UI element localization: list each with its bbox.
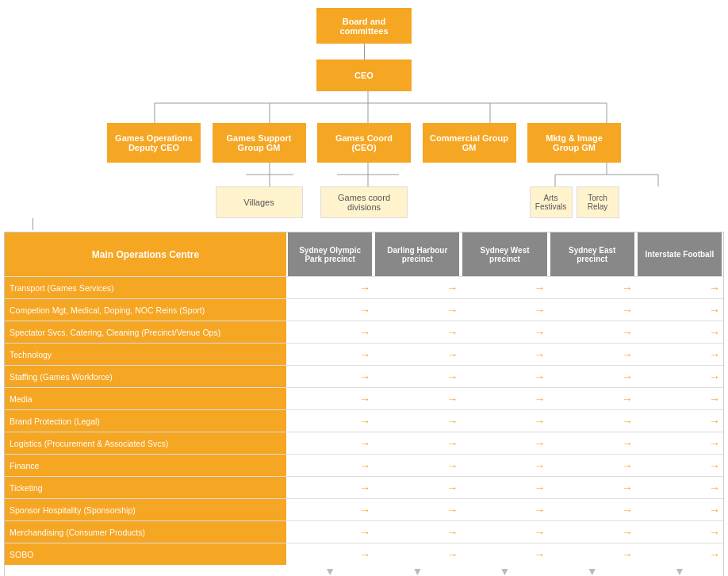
down-arrow-3: ▼ — [550, 565, 634, 576]
arts-festivals-label: Arts Festivals — [535, 194, 566, 211]
table-row: Staffing (Games Workforce)→→→→→ — [5, 365, 723, 387]
data-rows: Transport (Games Services)→→→→→Competion… — [5, 276, 723, 565]
row-cell-0-0: → — [288, 277, 372, 298]
table-row: SOBO→→→→→ — [5, 543, 723, 565]
precinct-label-2: Sydney West precinct — [465, 246, 544, 263]
level2-box-4: Mktg & Image Group GM — [527, 123, 621, 163]
row-cells-11: →→→→→ — [286, 521, 723, 543]
table-row: Ticketing→→→→→ — [5, 476, 723, 498]
row-cell-8-4: → — [638, 455, 722, 476]
row-cells-8: →→→→→ — [286, 455, 723, 476]
grid-top: Main Operations Centre Sydney Olympic Pa… — [5, 232, 723, 276]
arrow-right-icon: → — [359, 393, 370, 405]
arrow-right-icon: → — [709, 459, 720, 472]
table-row: Spectator Svcs, Catering, Cleaning (Prec… — [5, 321, 723, 343]
arrow-right-icon: → — [359, 526, 370, 539]
arrow-right-icon: → — [359, 371, 370, 383]
arrow-right-icon: → — [359, 326, 370, 339]
arrow-right-icon: → — [709, 326, 720, 339]
row-cell-5-4: → — [638, 388, 722, 409]
arrow-right-icon: → — [446, 526, 458, 539]
level2-box-2: Games Coord (CEO) — [317, 123, 411, 163]
row-cell-2-0: → — [288, 321, 372, 343]
row-cells-6: →→→→→ — [286, 410, 723, 432]
arrow-right-icon: → — [709, 415, 720, 428]
row-cell-6-3: → — [550, 410, 634, 432]
arrow-right-icon: → — [622, 348, 633, 361]
row-cell-7-3: → — [550, 432, 634, 454]
row-cell-3-4: → — [638, 344, 722, 365]
precinct-4: Interstate Football — [638, 232, 722, 276]
row-cell-4-2: → — [462, 366, 546, 387]
arrow-right-icon: → — [359, 548, 370, 561]
main-ops-label: Main Operations Centre — [92, 249, 199, 260]
arrow-right-icon: → — [709, 304, 720, 317]
arrow-right-icon: → — [709, 282, 720, 294]
row-label-10: Sponsor Hospitality (Sponsorship) — [5, 499, 286, 520]
row-label-11: Merchandising (Consumer Products) — [5, 521, 286, 543]
row-cell-5-0: → — [288, 388, 372, 409]
row-cell-5-2: → — [462, 388, 546, 409]
row-cell-6-2: → — [462, 410, 546, 432]
row-cell-0-3: → — [550, 277, 634, 298]
arrow-right-icon: → — [359, 504, 370, 516]
row-cell-2-1: → — [375, 321, 459, 343]
row-cell-3-1: → — [375, 344, 459, 365]
row-label-3: Technology — [5, 344, 286, 365]
row-cell-6-4: → — [638, 410, 722, 432]
arrow-right-icon: → — [622, 304, 633, 317]
top-hierarchy: Board and committees CEO — [4, 4, 724, 218]
arrow-right-icon: → — [446, 393, 458, 405]
row-cell-7-4: → — [638, 432, 722, 454]
level2-col-4: Mktg & Image Group GM — [527, 123, 621, 163]
torch-relay-label: Torch Relay — [584, 194, 612, 211]
arrow-right-icon: → — [359, 482, 370, 494]
row-label-9: Ticketing — [5, 477, 286, 498]
row-cell-0-4: → — [638, 277, 722, 298]
row-cell-1-0: → — [288, 299, 372, 321]
row-cell-10-0: → — [288, 499, 372, 520]
games-coord-div-label: Games coord divisions — [328, 193, 400, 212]
villages-label: Villages — [243, 198, 274, 207]
row-label-7: Logistics (Procurement & Associated Svcs… — [5, 432, 286, 454]
arrow-right-icon: → — [535, 393, 546, 405]
row-cell-12-4: → — [638, 543, 722, 565]
level2-box-1: Games Support Group GM — [213, 123, 306, 163]
arrow-right-icon: → — [535, 304, 546, 317]
row-label-2: Spectator Svcs, Catering, Cleaning (Prec… — [5, 321, 286, 343]
down-arrow-label-spacer — [5, 565, 286, 576]
precinct-label-3: Sydney East precinct — [553, 246, 632, 263]
row-cell-9-2: → — [462, 477, 546, 498]
row-cell-1-4: → — [638, 299, 722, 321]
arrow-right-icon: → — [359, 437, 370, 450]
row-cells-9: →→→→→ — [286, 477, 723, 498]
row-cell-12-0: → — [288, 543, 372, 565]
precinct-headers: Sydney Olympic Park precinct Darling Har… — [286, 232, 723, 276]
arrow-right-icon: → — [535, 415, 546, 428]
level2-label-4: Mktg & Image Group GM — [534, 133, 615, 152]
arrow-right-icon: → — [709, 437, 720, 450]
ceo-connector-svg — [4, 91, 728, 123]
row-cell-0-2: → — [462, 277, 546, 298]
level3-villages: Villages — [216, 186, 303, 218]
level2-label-0: Games Operations Deputy CEO — [113, 133, 194, 152]
arrow-right-icon: → — [535, 282, 546, 294]
row-cell-6-0: → — [288, 410, 372, 432]
precinct-label-0: Sydney Olympic Park precinct — [290, 246, 370, 263]
row-cell-2-3: → — [550, 321, 634, 343]
row-cells-4: →→→→→ — [286, 366, 723, 387]
row-cell-8-2: → — [462, 455, 546, 476]
row-cell-11-0: → — [288, 521, 372, 543]
org-chart: Board and committees CEO — [0, 0, 728, 576]
arrow-right-icon: → — [359, 282, 370, 294]
ceo-label: CEO — [354, 71, 374, 80]
row-label-12: SOBO — [5, 543, 286, 565]
arrow-right-icon: → — [535, 459, 546, 472]
arrow-right-icon: → — [535, 348, 546, 361]
row-cell-9-0: → — [288, 477, 372, 498]
arrow-right-icon: → — [709, 526, 720, 539]
arrow-right-icon: → — [535, 526, 546, 539]
arrow-right-icon: → — [446, 415, 458, 428]
row-cell-1-1: → — [375, 299, 459, 321]
arrow-right-icon: → — [622, 282, 633, 294]
